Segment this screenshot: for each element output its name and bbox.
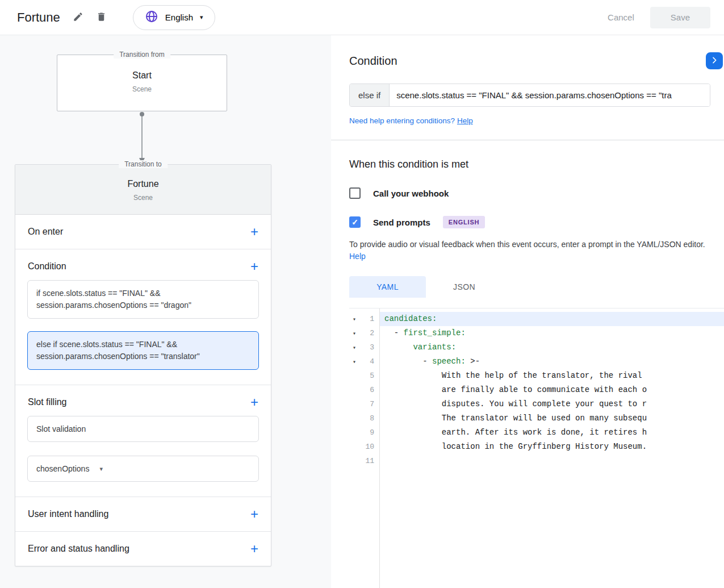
when-condition-heading: When this condition is met — [349, 159, 724, 170]
webhook-row: Call your webhook — [349, 187, 724, 199]
section-divider — [331, 140, 724, 140]
slot-validation-label: Slot validation — [36, 424, 86, 433]
add-user-intent-button[interactable]: + — [250, 508, 258, 520]
editor-line[interactable]: earth. After its work is done, it retire… — [380, 426, 724, 440]
editor-line[interactable]: With the help of the translator, the riv… — [380, 369, 724, 383]
slot-param-dropdown[interactable]: chosenOptions ▾ — [27, 456, 259, 482]
transition-from-scene-type: Scene — [57, 85, 227, 93]
error-status-label: Error and status handling — [28, 544, 129, 554]
language-selector-label: English — [165, 12, 193, 22]
section-user-intent[interactable]: User intent handling + — [15, 497, 271, 532]
yaml-text: - — [384, 357, 432, 366]
add-on-enter-button[interactable]: + — [250, 226, 258, 237]
line-number: 3 — [359, 343, 379, 352]
send-prompts-checkbox[interactable]: ✓ — [349, 216, 361, 228]
yaml-text: earth. After its work is done, it retire… — [384, 428, 647, 437]
prompt-description-text: To provide audio or visual feedback when… — [349, 240, 705, 249]
section-error-status[interactable]: Error and status handling + — [15, 532, 271, 566]
editor-line[interactable]: location in the Gryffinberg History Muse… — [380, 440, 724, 454]
condition-section-label: Condition — [28, 261, 66, 272]
checkmark-icon: ✓ — [351, 218, 358, 226]
edit-title-button[interactable] — [73, 11, 83, 24]
condition-prefix: else if — [350, 84, 390, 106]
delete-scene-button[interactable] — [96, 11, 107, 24]
yaml-key: candidates: — [384, 314, 437, 323]
yaml-text: With the help of the translator, the riv… — [384, 371, 642, 380]
scene-card: Transition to Fortune Scene On enter + C… — [15, 164, 271, 566]
globe-icon — [145, 10, 158, 25]
trash-icon — [96, 11, 107, 24]
cancel-button[interactable]: Cancel — [608, 12, 634, 22]
add-error-handler-button[interactable]: + — [250, 543, 258, 554]
editor-line[interactable] — [380, 454, 724, 468]
editor-gutter: ▾1▾2▾3▾4567891011 — [349, 308, 380, 588]
yaml-text: The translator will be used on many subs… — [384, 414, 647, 423]
yaml-text: >- — [466, 357, 480, 366]
tab-json[interactable]: JSON — [426, 276, 503, 298]
yaml-key: speech: — [432, 357, 466, 366]
condition-expression-input[interactable] — [390, 84, 710, 106]
line-number: 6 — [359, 386, 379, 394]
section-condition: Condition + if scene.slots.status == "FI… — [15, 249, 271, 385]
yaml-key: variants: — [413, 343, 456, 352]
editor-line[interactable]: variants: — [380, 340, 724, 355]
chevron-down-icon: ▾ — [99, 465, 103, 473]
condition-list: if scene.slots.status == "FINAL" && sess… — [15, 280, 271, 370]
line-number: 2 — [359, 329, 379, 337]
tab-yaml[interactable]: YAML — [349, 276, 426, 298]
yaml-key: first_simple: — [404, 328, 466, 337]
line-number: 1 — [359, 315, 379, 323]
condition-box[interactable]: if scene.slots.status == "FINAL" && sess… — [27, 280, 259, 319]
slot-validation-item[interactable]: Slot validation — [27, 416, 259, 442]
top-bar: Fortune English ▾ Cancel Save — [0, 0, 724, 35]
slot-filling-label: Slot filling — [28, 397, 66, 407]
line-number: 4 — [359, 357, 379, 366]
condition-editor-panel: Condition else if Need help entering con… — [331, 35, 724, 588]
transition-from-label: Transition from — [114, 51, 170, 59]
send-prompts-label: Send prompts — [373, 218, 430, 227]
condition-help-link[interactable]: Help — [457, 116, 473, 125]
send-prompts-row: ✓ Send prompts ENGLISH — [349, 216, 724, 228]
fold-toggle-icon[interactable]: ▾ — [349, 316, 359, 323]
section-slot-filling: Slot filling + Slot validation chosenOpt… — [15, 385, 271, 497]
editor-line[interactable]: - first_simple: — [380, 326, 724, 340]
line-number: 9 — [359, 428, 379, 437]
page-title: Fortune — [17, 10, 60, 25]
condition-help-line: Need help entering conditions? Help — [349, 116, 724, 125]
transition-to-scene-name: Fortune — [15, 179, 271, 189]
prompt-help-link[interactable]: Help — [349, 252, 366, 261]
editor-line[interactable]: are finally able to communicate with eac… — [380, 383, 724, 397]
editor-line[interactable]: candidates: — [380, 312, 724, 326]
condition-box-selected[interactable]: else if scene.slots.status == "FINAL" &&… — [27, 331, 259, 370]
yaml-text: disputes. You will complete your quest t… — [384, 399, 647, 408]
transition-to-box[interactable]: Transition to Fortune Scene — [15, 165, 271, 215]
scene-graph-panel: Transition from Start Scene Transition t… — [0, 35, 331, 588]
yaml-editor[interactable]: ▾1▾2▾3▾4567891011 candidates: - first_si… — [349, 308, 724, 588]
pencil-icon — [73, 11, 83, 24]
call-webhook-checkbox[interactable] — [349, 187, 361, 199]
chevron-right-icon — [710, 56, 719, 66]
editor-line[interactable]: disputes. You will complete your quest t… — [380, 397, 724, 411]
prompt-description: To provide audio or visual feedback when… — [349, 239, 706, 262]
transition-from-box[interactable]: Transition from Start Scene — [57, 55, 227, 111]
fold-toggle-icon[interactable]: ▾ — [349, 358, 359, 365]
save-button[interactable]: Save — [650, 7, 710, 28]
fold-toggle-icon[interactable]: ▾ — [349, 330, 359, 337]
editor-line[interactable]: The translator will be used on many subs… — [380, 411, 724, 426]
collapse-panel-button[interactable] — [706, 52, 723, 69]
add-condition-button[interactable]: + — [250, 261, 258, 272]
language-badge: ENGLISH — [443, 216, 486, 228]
editor-line[interactable]: - speech: >- — [380, 355, 724, 369]
section-on-enter[interactable]: On enter + — [15, 215, 271, 249]
editor-code[interactable]: candidates: - first_simple: variants: - … — [380, 308, 724, 588]
condition-help-text: Need help entering conditions? — [349, 116, 455, 125]
fold-toggle-icon[interactable]: ▾ — [349, 344, 359, 351]
add-slot-button[interactable]: + — [250, 397, 258, 408]
panel-heading: Condition — [349, 55, 724, 68]
line-number: 8 — [359, 414, 379, 423]
on-enter-label: On enter — [28, 227, 63, 237]
language-selector[interactable]: English ▾ — [133, 5, 215, 30]
condition-expression-row: else if — [349, 84, 710, 107]
slot-param-label: chosenOptions — [36, 464, 89, 473]
yaml-text: are finally able to communicate with eac… — [384, 385, 647, 394]
